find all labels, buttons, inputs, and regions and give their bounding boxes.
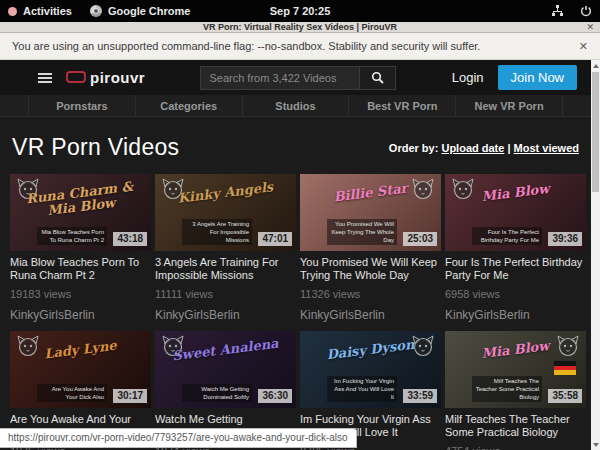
activities-indicator-icon <box>8 7 17 16</box>
web-page: pirouvr Login Join Now Pornstars Categor… <box>0 60 591 450</box>
video-views-count: 4754 views <box>445 445 586 450</box>
video-card: Mia Blow Milf Teaches The Teacher Some P… <box>445 331 586 450</box>
video-duration-badge: 30:17 <box>113 389 147 403</box>
logo-text: pirouvr <box>90 69 145 86</box>
nav-item-pornstars[interactable]: Pornstars <box>28 95 135 116</box>
video-thumbnail[interactable]: Mia Blow Four Is The Perfect Birthday Pa… <box>445 174 586 251</box>
scrollbar-down-arrow-icon[interactable] <box>591 439 600 450</box>
thumbnail-caption: Watch Me Getting Dominated Softly <box>182 384 252 402</box>
video-thumbnail[interactable]: Billie Star You Promised We Will Keep Tr… <box>300 174 441 251</box>
sandbox-warning-bar: You are using an unsupported command-lin… <box>0 33 600 60</box>
warning-close-icon[interactable]: ✕ <box>579 40 588 53</box>
video-card: Mia Blow Four Is The Perfect Birthday Pa… <box>445 174 586 322</box>
menu-hamburger-icon[interactable] <box>38 73 52 83</box>
order-by-label: Order by: <box>389 142 439 154</box>
network-icon[interactable] <box>551 5 564 17</box>
video-duration-badge: 39:36 <box>548 232 582 246</box>
app-menu-label: Google Chrome <box>108 5 191 17</box>
video-studio-link[interactable]: KinkyGirlsBerlin <box>300 308 441 322</box>
site-logo[interactable]: pirouvr <box>66 69 145 86</box>
scrollbar-thumb[interactable] <box>592 72 599 192</box>
order-by-upload-date-link[interactable]: Upload date <box>441 142 504 154</box>
video-duration-badge: 33:59 <box>403 389 437 403</box>
tab-close-icon[interactable]: ✕ <box>586 22 594 33</box>
thumbnail-caption: 3 Angels Are Training For Impossible Mis… <box>182 219 252 245</box>
video-views-count: 11326 views <box>300 288 441 300</box>
video-thumbnail[interactable]: Daisy Dyson Im Fucking Your Virgin Ass A… <box>300 331 441 408</box>
video-thumbnail[interactable]: Sweet Analena Watch Me Getting Dominated… <box>155 331 296 408</box>
german-flag-icon <box>554 361 576 375</box>
video-thumbnail[interactable]: Kinky Angels 3 Angels Are Training For I… <box>155 174 296 251</box>
search-input[interactable] <box>200 66 360 90</box>
search-button[interactable] <box>360 66 396 90</box>
join-now-button[interactable]: Join Now <box>498 65 577 90</box>
thumbnail-caption: Milf Teaches The Teacher Some Practical … <box>472 376 542 402</box>
status-url-bubble: https://pirouvr.com/vr-porn-video/779325… <box>0 428 357 448</box>
video-title-link[interactable]: Mia Blow Teaches Porn To Runa Charm Pt 2 <box>10 256 151 282</box>
video-card: Runa Charm & Mia Blow Mia Blow Teaches P… <box>10 174 151 322</box>
main-nav: Pornstars Categories Studios Best VR Por… <box>0 95 591 117</box>
power-icon[interactable] <box>580 5 592 17</box>
thumbnail-caption: Four Is The Perfect Birthday Party For M… <box>472 227 542 245</box>
nav-item-studios[interactable]: Studios <box>242 95 349 116</box>
video-thumbnail[interactable]: Runa Charm & Mia Blow Mia Blow Teaches P… <box>10 174 151 251</box>
video-duration-badge: 47:01 <box>258 232 292 246</box>
page-head: VR Porn Videos Order by: Upload date | M… <box>0 117 591 174</box>
video-grid: Runa Charm & Mia Blow Mia Blow Teaches P… <box>0 174 591 450</box>
video-studio-link[interactable]: KinkyGirlsBerlin <box>155 308 296 322</box>
video-title-link[interactable]: Four Is The Perfect Birthday Party For M… <box>445 256 586 282</box>
thumbnail-caption: Are You Awake And Your Dick Also <box>37 384 107 402</box>
clock[interactable]: Sep 7 20:25 <box>270 5 331 17</box>
order-by-most-viewed-link[interactable]: Most viewed <box>514 142 579 154</box>
page-title: VR Porn Videos <box>12 134 179 161</box>
thumbnail-overlay-title: Daisy Dyson <box>300 334 441 365</box>
video-title-link[interactable]: Milf Teaches The Teacher Some Practical … <box>445 413 586 439</box>
video-views-count: 11111 views <box>155 288 296 300</box>
browser-viewport: pirouvr Login Join Now Pornstars Categor… <box>0 60 600 450</box>
thumbnail-caption: Im Fucking Your Virgin Ass And You Will … <box>327 376 397 402</box>
vr-goggles-icon <box>66 71 86 84</box>
video-studio-link[interactable]: KinkyGirlsBerlin <box>10 308 151 322</box>
warning-message: You are using an unsupported command-lin… <box>12 40 480 52</box>
video-title-link[interactable]: You Promised We Will Keep Trying The Who… <box>300 256 441 282</box>
thumbnail-caption: You Promised We Will Keep Trying The Who… <box>327 219 397 245</box>
order-by-separator: | <box>507 142 510 154</box>
thumbnail-caption: Mia Blow Teaches Porn To Runa Charm Pt 2 <box>37 227 107 245</box>
order-by: Order by: Upload date | Most viewed <box>389 142 579 154</box>
video-card: Kinky Angels 3 Angels Are Training For I… <box>155 174 296 322</box>
video-duration-badge: 25:03 <box>403 232 437 246</box>
video-views-count: 19183 views <box>10 288 151 300</box>
video-card: Billie Star You Promised We Will Keep Tr… <box>300 174 441 322</box>
nav-item-best-vr-porn[interactable]: Best VR Porn <box>348 95 455 116</box>
thumbnail-overlay-title: Billie Star <box>300 177 441 208</box>
video-views-count: 6958 views <box>445 288 586 300</box>
video-thumbnail[interactable]: Mia Blow Milf Teaches The Teacher Some P… <box>445 331 586 408</box>
chrome-icon <box>90 5 102 17</box>
tab-title[interactable]: VR Porn: Virtual Reality Sex Videos | Pi… <box>203 23 397 32</box>
nav-item-new-vr-porn[interactable]: New VR Porn <box>455 95 563 116</box>
search-icon <box>371 71 384 84</box>
activities-button[interactable]: Activities <box>8 5 72 17</box>
video-thumbnail[interactable]: Lady Lyne Are You Awake And Your Dick Al… <box>10 331 151 408</box>
video-duration-badge: 36:30 <box>258 389 292 403</box>
nav-item-categories[interactable]: Categories <box>135 95 242 116</box>
video-duration-badge: 43:18 <box>113 232 147 246</box>
video-title-link[interactable]: 3 Angels Are Training For Impossible Mis… <box>155 256 296 282</box>
page-scrollbar[interactable] <box>591 60 600 450</box>
video-studio-link[interactable]: KinkyGirlsBerlin <box>445 308 586 322</box>
video-duration-badge: 35:58 <box>548 389 582 403</box>
browser-tab-bar: VR Porn: Virtual Reality Sex Videos | Pi… <box>0 22 600 33</box>
search-box <box>200 66 396 90</box>
scrollbar-up-arrow-icon[interactable] <box>591 60 600 71</box>
site-header: pirouvr Login Join Now <box>0 60 591 95</box>
system-top-bar: Activities Google Chrome Sep 7 20:25 <box>0 0 600 22</box>
login-link[interactable]: Login <box>452 70 484 85</box>
activities-label: Activities <box>23 5 72 17</box>
app-menu-google-chrome[interactable]: Google Chrome <box>90 5 191 17</box>
